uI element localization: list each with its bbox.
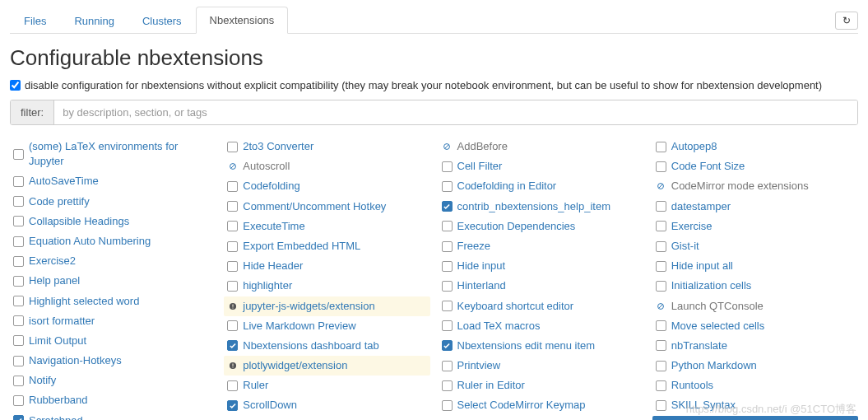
extension-label: ScrollDown — [243, 398, 297, 413]
tab-running[interactable]: Running — [60, 7, 128, 34]
extension-item[interactable]: Help panel — [10, 271, 216, 291]
extension-item[interactable]: Nbextensions dashboard tab — [224, 336, 429, 356]
extension-item[interactable]: Code prettify — [10, 192, 216, 212]
extension-item[interactable]: Load TeX macros — [439, 316, 644, 336]
checkbox-checked-icon — [442, 201, 453, 212]
extension-item[interactable]: Cell Filter — [439, 156, 644, 176]
refresh-button[interactable]: ↻ — [835, 12, 858, 30]
extension-item[interactable]: Select CodeMirror Keymap — [439, 395, 644, 415]
svg-rect-5 — [232, 304, 233, 306]
checkbox-empty-icon — [13, 395, 24, 406]
tab-nbextensions[interactable]: Nbextensions — [196, 7, 289, 34]
extension-item[interactable]: Keyboard shortcut editor — [439, 296, 644, 316]
extension-item[interactable]: Snippets Menu — [439, 416, 644, 420]
extension-label: (some) LaTeX environments for Jupyter — [29, 139, 212, 169]
extension-item[interactable]: Runtools — [652, 376, 858, 395]
extension-item[interactable]: CodeMirror mode extensions — [652, 176, 858, 196]
extension-item[interactable]: contrib_nbextensions_help_item — [439, 197, 644, 217]
extension-item[interactable]: Highlight selected word — [10, 292, 216, 311]
compat-checkbox[interactable] — [10, 80, 21, 91]
extension-item[interactable]: nbTranslate — [652, 336, 858, 356]
extension-label: Ruler — [243, 378, 268, 393]
extension-item[interactable]: Autopep8 — [652, 137, 858, 156]
extension-item[interactable]: Rubberband — [10, 390, 216, 410]
extension-item[interactable]: Move selected cells — [652, 316, 858, 336]
extension-label: Python Markdown — [671, 358, 757, 373]
extension-label: Code Font Size — [671, 159, 745, 174]
extension-item[interactable]: 2to3 Converter — [224, 137, 429, 156]
extension-item[interactable]: Collapsible Headings — [10, 212, 216, 231]
extension-item[interactable]: AutoSaveTime — [10, 171, 216, 191]
extension-label: AddBefore — [457, 139, 508, 154]
checkbox-empty-icon — [442, 281, 453, 292]
extension-label: Hide Header — [243, 259, 303, 273]
extension-item[interactable]: (some) LaTeX environments for Jupyter — [10, 137, 216, 171]
checkbox-empty-icon — [13, 216, 24, 226]
tab-clusters[interactable]: Clusters — [128, 7, 196, 34]
tab-files[interactable]: Files — [10, 7, 60, 34]
checkbox-empty-icon — [656, 261, 666, 272]
checkbox-empty-icon — [227, 201, 238, 212]
extension-item[interactable]: datestamper — [652, 197, 858, 217]
extension-item[interactable]: SKILL Syntax — [652, 395, 858, 415]
extension-item[interactable]: Initialization cells — [652, 276, 858, 296]
extension-label: Limit Output — [29, 334, 86, 348]
checkbox-empty-icon — [656, 400, 666, 411]
extension-item[interactable]: plotlywidget/extension — [224, 356, 429, 376]
extension-item[interactable]: Freeze — [439, 236, 644, 256]
checkbox-checked-icon — [227, 400, 238, 411]
extension-label: Runtools — [671, 378, 713, 393]
extension-item[interactable]: Snippets — [224, 416, 429, 420]
extension-item[interactable]: Hide Header — [224, 256, 429, 276]
svg-line-13 — [659, 184, 663, 189]
warning-icon — [227, 301, 238, 311]
extension-item[interactable]: Python Markdown — [652, 356, 858, 376]
extension-item[interactable]: Codefolding in Editor — [439, 176, 644, 196]
extension-item[interactable]: Comment/Uncomment Hotkey — [224, 197, 429, 217]
checkbox-empty-icon — [13, 356, 24, 366]
svg-line-11 — [445, 145, 449, 149]
extension-item[interactable]: highlighter — [224, 276, 429, 296]
extension-item[interactable]: Launch QTConsole — [652, 296, 858, 316]
extension-item[interactable]: Execution Dependencies — [439, 217, 644, 236]
extension-item[interactable]: Exercise — [652, 217, 858, 236]
extension-item[interactable]: Printview — [439, 356, 644, 376]
extension-label: Exercise2 — [29, 254, 76, 268]
extension-label: Rubberband — [29, 393, 88, 408]
extension-item[interactable]: Navigation-Hotkeys — [10, 351, 216, 371]
extension-grid: (some) LaTeX environments for JupyterAut… — [10, 137, 858, 420]
checkbox-empty-icon — [442, 261, 453, 272]
extension-label: Exercise — [671, 219, 713, 234]
extension-item[interactable]: Autoscroll — [224, 156, 429, 176]
extension-item[interactable]: AddBefore — [439, 137, 644, 156]
extension-item[interactable]: Scratchpad — [10, 411, 216, 420]
extension-item[interactable]: ExecuteTime — [224, 217, 429, 236]
extension-item[interactable]: Notify — [10, 371, 216, 390]
extension-column: Autopep8Code Font SizeCodeMirror mode ex… — [652, 137, 858, 420]
extension-item[interactable]: Gist-it — [652, 236, 858, 256]
extension-label: Collapsible Headings — [29, 214, 129, 229]
extension-item[interactable]: Codefolding — [224, 176, 429, 196]
extension-item[interactable]: Export Embedded HTML — [224, 236, 429, 256]
extension-item[interactable]: Limit Output — [10, 331, 216, 351]
checkbox-empty-icon — [227, 241, 238, 252]
extension-item[interactable]: Hide input all — [652, 256, 858, 276]
checkbox-empty-icon — [442, 221, 453, 231]
extension-item[interactable]: Hinterland — [439, 276, 644, 296]
extension-item[interactable]: isort formatter — [10, 311, 216, 331]
extension-label: highlighter — [243, 278, 292, 293]
extension-item[interactable]: spellchecker — [652, 416, 858, 420]
extension-item[interactable]: Equation Auto Numbering — [10, 231, 216, 251]
extension-item[interactable]: Ruler — [224, 376, 429, 395]
extension-item[interactable]: Ruler in Editor — [439, 376, 644, 395]
extension-item[interactable]: jupyter-js-widgets/extension — [224, 296, 429, 316]
extension-item[interactable]: Live Markdown Preview — [224, 316, 429, 336]
extension-item[interactable]: Hide input — [439, 256, 644, 276]
extension-item[interactable]: Nbextensions edit menu item — [439, 336, 644, 356]
checkbox-empty-icon — [227, 261, 238, 272]
extension-label: Keyboard shortcut editor — [457, 299, 574, 314]
extension-item[interactable]: Exercise2 — [10, 251, 216, 271]
filter-input[interactable] — [54, 100, 857, 124]
extension-item[interactable]: ScrollDown — [224, 395, 429, 415]
extension-item[interactable]: Code Font Size — [652, 156, 858, 176]
